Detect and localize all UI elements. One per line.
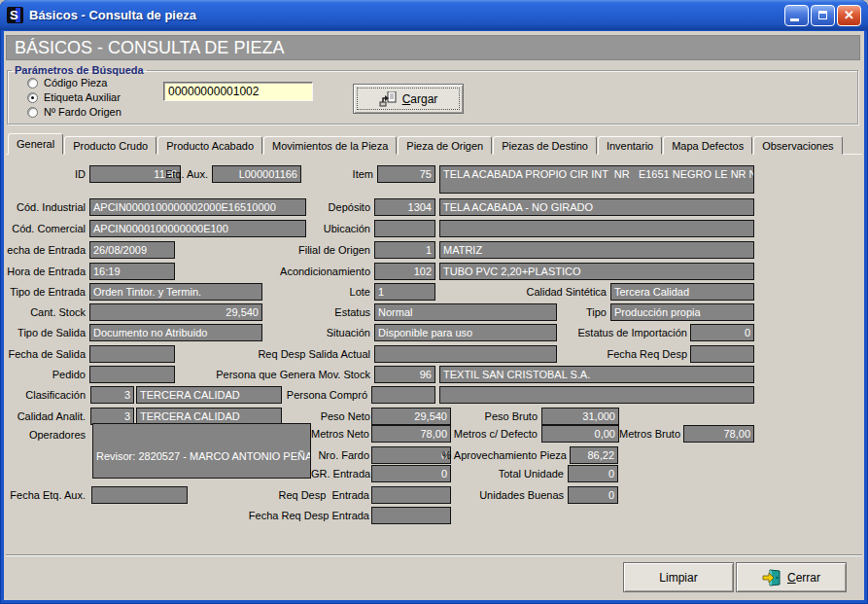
field-acondicionamiento-desc: TUBO PVC 2,20+PLASTICO	[439, 263, 754, 280]
field-deposito-desc: TELA ACABADA - NO GIRADO	[439, 198, 754, 216]
app-window: S Básicos - Consulta de pieza ✕ BÁSICOS …	[0, 0, 868, 604]
label-tipo: Tipo	[558, 306, 607, 318]
label-pedido: Pedido	[4, 369, 86, 380]
label-peso-neto: Peso Neto	[295, 410, 370, 422]
load-button-label: Cargar	[402, 92, 438, 106]
field-fecha-req-desp	[690, 345, 754, 363]
field-fecha-etq-aux	[91, 486, 188, 504]
field-req-desp-entrada	[371, 486, 451, 504]
label-persona-genera-mov: Persona que Genera Mov. Stock	[198, 369, 370, 380]
field-aprovechamiento-pieza: 86,22	[570, 446, 618, 464]
field-gr-entrada: 0	[371, 465, 451, 482]
label-fecha-req-desp-entrada: Fecha Req Desp Entrada	[237, 510, 369, 521]
field-tipo-entrada: Orden Tintor. y Termin.	[89, 283, 262, 301]
window-controls: ✕	[784, 5, 861, 26]
maximize-button[interactable]	[811, 5, 835, 26]
label-id: ID	[12, 168, 86, 180]
field-cod-comercial: APCIN0000100000000E100	[89, 220, 306, 237]
field-filial-origen-desc: MATRIZ	[439, 241, 754, 259]
field-unidades-buenas: 0	[568, 486, 618, 504]
tab-inventario[interactable]: Inventario	[598, 136, 662, 155]
field-peso-neto: 29,540	[371, 408, 451, 425]
field-pedido	[89, 366, 175, 383]
label-situacion: Situación	[315, 327, 370, 338]
field-fecha-req-desp-entrada	[371, 507, 451, 524]
label-req-desp-entrada: Req Desp Entrada	[276, 489, 369, 501]
label-fecha-entrada: echa de Entrada	[4, 244, 86, 256]
close-icon: ✕	[838, 6, 860, 25]
radio-etiqueta-auxiliar[interactable]: Etiqueta Auxiliar	[27, 91, 121, 103]
tab-pieza-origen[interactable]: Pieza de Origen	[398, 136, 492, 155]
footer-separator	[6, 554, 862, 556]
field-fecha-entrada: 26/08/2009	[89, 241, 175, 259]
field-estatus-importacion: 0	[690, 324, 754, 341]
radio-codigo-pieza-label: Código Pieza	[44, 77, 107, 89]
radio-fardo-origen-label: Nº Fardo Origen	[44, 106, 122, 118]
minimize-icon	[790, 18, 799, 21]
window-title: Básicos - Consulta de pieza	[29, 8, 196, 22]
tab-piezas-destino[interactable]: Piezas de Destino	[493, 136, 597, 155]
field-etq-aux: L000001166	[212, 165, 301, 183]
label-lote: Lote	[315, 286, 370, 298]
field-tipo-salida: Documento no Atribuido	[89, 324, 262, 341]
tab-producto-acabado[interactable]: Producto Acabado	[157, 136, 262, 155]
label-filial-origen: Filial de Origen	[237, 244, 370, 256]
label-clasificacion: Clasificación	[4, 389, 86, 401]
label-cod-industrial: Cód. Industrial	[4, 201, 86, 213]
radio-codigo-pieza[interactable]: Código Pieza	[27, 77, 107, 89]
close-form-button[interactable]: Cerrar	[736, 562, 847, 592]
field-clasificacion-desc: TERCERA CALIDAD	[136, 386, 282, 404]
label-metros-c-defecto: Metros c/ Defecto	[451, 428, 538, 440]
field-metros-neto: 78,00	[371, 425, 451, 443]
field-clasificacion: 3	[90, 386, 134, 404]
label-ubicacion: Ubicación	[286, 223, 370, 234]
label-nro-fardo: Nro. Fardo	[311, 449, 369, 461]
field-cant-stock: 29,540	[89, 303, 262, 321]
label-cod-comercial: Cód. Comercial	[4, 223, 86, 234]
field-peso-bruto: 31,000	[541, 408, 619, 425]
label-calidad-analit: Calidad Analit.	[4, 410, 86, 422]
field-estatus: Normal	[374, 303, 557, 321]
label-estatus: Estatus	[315, 306, 370, 318]
tab-observaciones[interactable]: Observaciones	[753, 136, 842, 155]
radio-fardo-origen[interactable]: Nº Fardo Origen	[27, 106, 122, 118]
label-fecha-etq-aux: Fecha Etq. Aux.	[4, 489, 86, 501]
field-ubicacion-desc	[439, 220, 754, 237]
field-persona-genera-mov: 96	[374, 366, 435, 383]
field-lote: 1	[374, 283, 435, 301]
radio-etiqueta-auxiliar-label: Etiqueta Auxiliar	[44, 91, 121, 103]
label-req-desp-salida-actual: Req Desp Salida Actual	[237, 348, 370, 360]
label-etq-aux: Etq. Aux.	[130, 168, 208, 180]
field-nro-fardo: 0	[371, 446, 451, 464]
label-deposito: Depósito	[286, 201, 370, 213]
tab-general[interactable]: General	[8, 133, 63, 155]
load-button[interactable]: Cargar	[353, 84, 464, 114]
field-filial-origen: 1	[374, 241, 435, 259]
field-persona-compro	[371, 386, 435, 404]
label-unidades-buenas: Unidades Buenas	[470, 489, 564, 501]
tab-mapa-defectos[interactable]: Mapa Defectos	[663, 136, 752, 155]
exit-door-icon	[762, 569, 781, 586]
field-hora-entrada: 16:19	[89, 263, 175, 280]
radio-fardo-origen-icon	[27, 107, 38, 118]
field-req-desp-salida-actual	[374, 345, 557, 363]
field-acondicionamiento: 102	[374, 263, 435, 280]
label-calidad-sintetica: Calidad Sintética	[509, 286, 607, 298]
label-cant-stock: Cant. Stock	[4, 306, 86, 318]
minimize-button[interactable]	[784, 5, 809, 26]
label-acondicionamiento: Acondicionamiento	[237, 266, 370, 277]
label-aprovechamiento-pieza: % Aprovechamiento Pieza	[441, 449, 567, 461]
tab-producto-crudo[interactable]: Producto Crudo	[64, 136, 156, 155]
clear-button[interactable]: Limpiar	[623, 562, 734, 592]
tab-movimientos-pieza[interactable]: Movimientos de la Pieza	[263, 136, 397, 155]
label-tipo-salida: Tipo de Salida	[4, 327, 86, 338]
app-icon: S	[7, 7, 23, 23]
close-button[interactable]: ✕	[837, 5, 861, 26]
title-bar: S Básicos - Consulta de pieza ✕	[0, 0, 868, 30]
search-input[interactable]	[163, 82, 313, 101]
label-persona-compro: Persona Compró	[286, 389, 367, 401]
label-item: Item	[295, 168, 373, 180]
svg-text:S: S	[10, 8, 18, 22]
label-tipo-entrada: Tipo de Entrada	[4, 286, 86, 298]
field-fecha-salida	[89, 345, 175, 363]
